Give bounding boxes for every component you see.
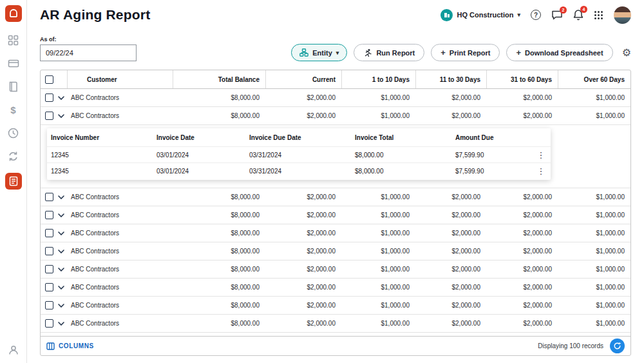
sidebar-item-billing[interactable]: $ xyxy=(7,103,20,116)
days-11-30-cell: $2,000.00 xyxy=(415,211,486,219)
row-expand-chevron-icon[interactable] xyxy=(58,231,64,235)
header-over-60-days: Over 60 Days xyxy=(558,70,630,88)
sync-icon xyxy=(8,151,19,162)
customer-name: ABC Contractors xyxy=(67,230,173,237)
run-report-button[interactable]: Run Report xyxy=(354,44,424,61)
current-cell: $2,000.00 xyxy=(265,302,341,309)
days-31-60-cell: $2,000.00 xyxy=(486,266,558,273)
table-row[interactable]: ABC Contractors $8,000.00 $2,000.00 $1,0… xyxy=(41,224,630,242)
download-spreadsheet-button[interactable]: + Download Spreadsheet xyxy=(506,44,612,61)
plus-icon: + xyxy=(516,48,521,57)
row-checkbox[interactable] xyxy=(45,229,53,237)
row-expand-chevron-icon[interactable] xyxy=(58,114,64,118)
days-11-30-cell: $2,000.00 xyxy=(415,320,486,327)
table-row[interactable]: ABC Contractors $8,000.00 $2,000.00 $1,0… xyxy=(41,206,630,224)
row-checkbox[interactable] xyxy=(45,283,53,291)
select-all-checkbox[interactable] xyxy=(45,75,53,84)
entity-dropdown[interactable]: Entity ▾ xyxy=(291,44,347,61)
row-expand-chevron-icon[interactable] xyxy=(58,250,64,253)
header-11-30-days: 11 to 30 Days xyxy=(415,70,486,88)
sidebar-item-ledger[interactable] xyxy=(7,80,20,93)
days-11-30-cell: $2,000.00 xyxy=(415,230,486,237)
invoice-number-cell: 12345 xyxy=(51,152,156,159)
refresh-button[interactable] xyxy=(610,338,625,353)
table-row[interactable]: ABC Contractors $8,000.00 $2,000.00 $1,0… xyxy=(41,260,630,279)
header-31-60-days: 31 to 60 Days xyxy=(486,70,558,88)
over-60-cell: $1,000.00 xyxy=(558,248,630,255)
row-checkbox[interactable] xyxy=(45,211,53,219)
sidebar-item-reports-active[interactable] xyxy=(5,173,22,190)
row-expand-chevron-icon[interactable] xyxy=(58,322,64,326)
sidebar-item-dashboard[interactable] xyxy=(7,34,20,46)
settings-gear-icon[interactable]: ⚙ xyxy=(622,46,631,59)
invoice-row[interactable]: 12345 03/01/2024 03/31/2024 $8,000.00 $7… xyxy=(47,162,551,179)
table-row[interactable]: ABC Contractors $8,000.00 $2,000.00 $1,0… xyxy=(41,315,630,333)
app-logo[interactable] xyxy=(5,5,22,22)
header-1-10-days: 1 to 10 Days xyxy=(341,70,415,88)
sidebar-item-sync[interactable] xyxy=(7,150,20,162)
row-checkbox[interactable] xyxy=(45,193,53,201)
row-checkbox[interactable] xyxy=(45,93,53,102)
app-window: $ xyxy=(0,0,644,363)
table-row[interactable]: ABC Contractors $8,000.00 $2,000.00 $1,0… xyxy=(41,242,630,260)
sidebar-item-support[interactable] xyxy=(7,344,20,357)
run-report-label: Run Report xyxy=(376,49,415,57)
over-60-cell: $1,000.00 xyxy=(558,284,630,291)
columns-button[interactable]: COLUMNS xyxy=(46,342,94,350)
row-actions-kebab-icon[interactable]: ⋮ xyxy=(531,150,551,160)
table-row[interactable]: ABC Contractors $8,000.00 $2,000.00 $1,0… xyxy=(41,188,630,206)
user-avatar[interactable] xyxy=(614,6,631,24)
chat-button[interactable]: 2 xyxy=(551,10,563,21)
customer-name: ABC Contractors xyxy=(67,320,173,327)
print-report-button[interactable]: + Print Report xyxy=(431,44,500,61)
days-1-10-cell: $1,000.00 xyxy=(341,211,415,219)
row-expand-chevron-icon[interactable] xyxy=(58,286,64,289)
table-row[interactable]: ABC Contractors $8,000.00 $2,000.00 $1,0… xyxy=(41,297,630,315)
days-31-60-cell: $2,000.00 xyxy=(486,230,558,237)
as-of-date-field[interactable] xyxy=(40,44,137,61)
ledger-icon xyxy=(8,81,18,92)
row-checkbox[interactable] xyxy=(45,319,53,328)
row-expand-chevron-icon[interactable] xyxy=(58,213,64,217)
row-checkbox[interactable] xyxy=(45,112,53,120)
company-switcher[interactable]: HQ Construction ▾ xyxy=(440,9,520,21)
notifications-button[interactable]: 4 xyxy=(573,9,583,21)
aging-report-table: Customer Total Balance Current 1 to 10 D… xyxy=(40,70,631,356)
days-31-60-cell: $2,000.00 xyxy=(486,193,558,201)
sidebar-item-payments[interactable] xyxy=(7,57,20,70)
row-checkbox[interactable] xyxy=(45,301,53,309)
customer-name: ABC Contractors xyxy=(67,112,173,119)
amount-due-cell: $7,599.90 xyxy=(455,152,531,159)
total-balance-cell: $8,000.00 xyxy=(173,230,265,237)
days-11-30-cell: $2,000.00 xyxy=(415,248,486,255)
current-cell: $2,000.00 xyxy=(265,248,341,255)
help-button[interactable]: ? xyxy=(531,10,541,20)
row-expand-chevron-icon[interactable] xyxy=(58,268,64,271)
topbar: AR Aging Report HQ Construction ▾ ? 2 xyxy=(27,0,644,30)
row-expand-chevron-icon[interactable] xyxy=(58,304,64,308)
sidebar-item-history[interactable] xyxy=(7,126,20,139)
invoice-subtable: Invoice Number Invoice Date Invoice Due … xyxy=(47,128,551,180)
row-checkbox[interactable] xyxy=(45,265,53,273)
invoice-rows: 12345 03/01/2024 03/31/2024 $8,000.00 $7… xyxy=(47,146,551,179)
row-checkbox[interactable] xyxy=(45,247,53,255)
days-31-60-cell: $2,000.00 xyxy=(486,94,558,101)
over-60-cell: $1,000.00 xyxy=(558,193,630,201)
report-doc-icon xyxy=(9,176,18,186)
header-customer: Customer xyxy=(67,70,173,88)
as-of-date-input[interactable] xyxy=(46,49,137,57)
days-1-10-cell: $1,000.00 xyxy=(341,112,415,119)
app-grid-button[interactable] xyxy=(594,10,603,20)
row-actions-kebab-icon[interactable]: ⋮ xyxy=(531,166,551,176)
customer-name: ABC Contractors xyxy=(67,193,173,201)
table-row[interactable]: ABC Contractors $8,000.00 $2,000.00 $1,0… xyxy=(41,279,630,297)
row-expand-chevron-icon[interactable] xyxy=(58,195,64,199)
invoice-total-cell: $8,000.00 xyxy=(355,152,455,159)
row-expand-chevron-icon[interactable] xyxy=(58,96,64,100)
table-row[interactable]: ABC Contractors $8,000.00 $2,000.00 $1,0… xyxy=(41,107,630,125)
total-balance-cell: $8,000.00 xyxy=(173,248,265,255)
days-11-30-cell: $2,000.00 xyxy=(415,266,486,273)
chevron-down-icon: ▾ xyxy=(336,50,339,56)
table-row[interactable]: ABC Contractors $8,000.00 $2,000.00 $1,0… xyxy=(41,89,630,107)
invoice-row[interactable]: 12345 03/01/2024 03/31/2024 $8,000.00 $7… xyxy=(47,146,551,162)
